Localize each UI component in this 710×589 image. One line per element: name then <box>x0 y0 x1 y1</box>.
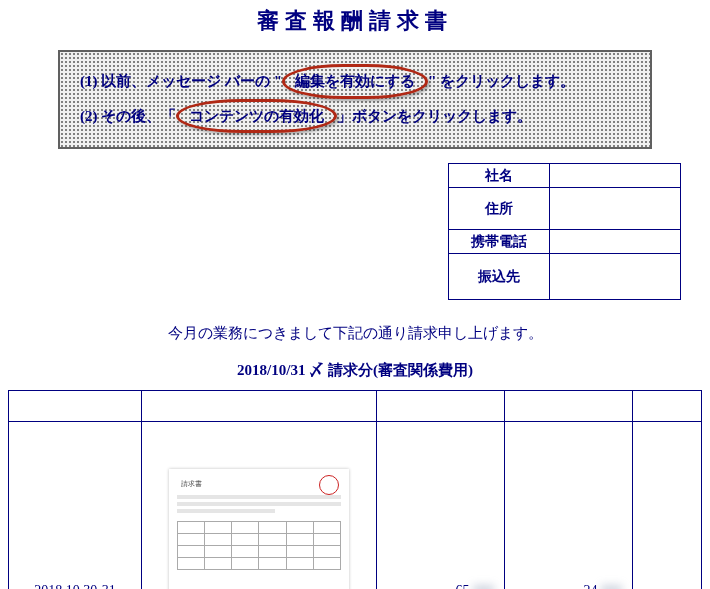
sub-title: 2018/10/31 〆 請求分(審査関係費用) <box>8 361 702 380</box>
text: " をクリックします。 <box>428 73 575 89</box>
label-company: 社名 <box>449 164 550 188</box>
text: (2) その後、「 <box>80 108 176 124</box>
cell-empty <box>633 422 702 590</box>
table-row: 2018.10.30-31 請求書 65,000 24,000 <box>9 422 702 590</box>
instruction-box: (1) 以前、メッセージ バーの "編集を有効にする" をクリックします。 (2… <box>58 50 652 149</box>
mini-table <box>177 521 341 570</box>
header-cell <box>9 391 142 422</box>
highlight-enable-editing: 編集を有効にする <box>282 64 428 99</box>
amount-redacted: 000 <box>473 583 494 589</box>
data-table: 2018.10.30-31 請求書 65,000 24,000 <box>8 390 702 589</box>
value-phone <box>550 230 681 254</box>
label-bank: 振込先 <box>449 254 550 300</box>
value-address <box>550 188 681 230</box>
table-header-row <box>9 391 702 422</box>
header-cell <box>377 391 505 422</box>
cell-amount-1: 65,000 <box>377 422 505 590</box>
instruction-line-1: (1) 以前、メッセージ バーの "編集を有効にする" をクリックします。 <box>80 64 630 99</box>
value-bank <box>550 254 681 300</box>
label-phone: 携帯電話 <box>449 230 550 254</box>
label-address: 住所 <box>449 188 550 230</box>
amount-visible: 24, <box>584 583 602 589</box>
cell-thumbnail: 請求書 <box>142 422 377 590</box>
amount-redacted: 000 <box>601 583 622 589</box>
highlight-enable-content: コンテンツの有効化 <box>176 99 337 134</box>
invoice-thumbnail: 請求書 <box>169 469 349 589</box>
header-cell <box>505 391 633 422</box>
info-table: 社名 住所 携帯電話 振込先 <box>448 163 681 300</box>
lead-sentence: 今月の業務につきまして下記の通り請求申し上げます。 <box>8 324 702 343</box>
value-company <box>550 164 681 188</box>
page-title: 審査報酬請求書 <box>8 6 702 36</box>
thumb-label: 請求書 <box>181 479 341 489</box>
text: (1) 以前、メッセージ バーの " <box>80 73 282 89</box>
instruction-line-2: (2) その後、「コンテンツの有効化」ボタンをクリックします。 <box>80 99 630 134</box>
amount-visible: 65, <box>456 583 474 589</box>
seal-icon <box>319 475 339 495</box>
cell-amount-2: 24,000 <box>505 422 633 590</box>
header-cell <box>142 391 377 422</box>
header-cell <box>633 391 702 422</box>
cell-date: 2018.10.30-31 <box>9 422 142 590</box>
text: 」ボタンをクリックします。 <box>337 108 532 124</box>
